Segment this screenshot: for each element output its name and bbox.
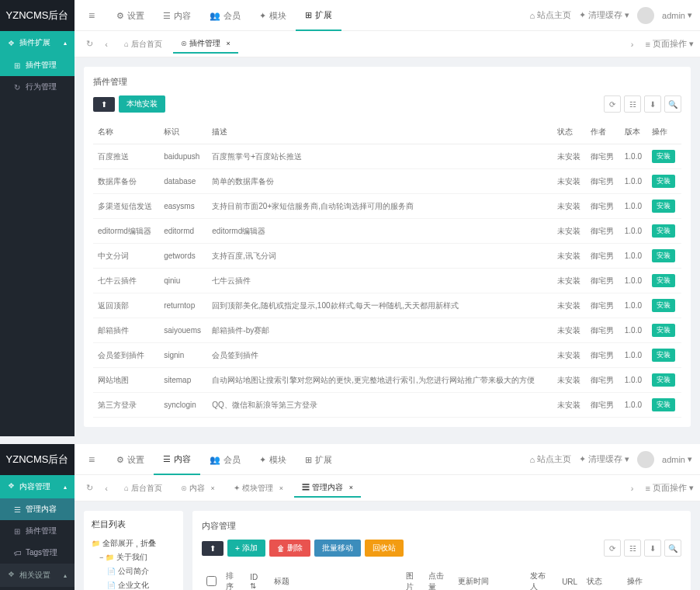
sidebar-item-插件管理[interactable]: ⊞插件管理: [0, 520, 75, 542]
subtab-模块管理[interactable]: ✦ 模块管理×: [226, 479, 291, 498]
site-home-link[interactable]: ⌂ 站点主页: [529, 9, 571, 21]
tab-内容[interactable]: ☰ 内容: [154, 0, 200, 31]
chevron-up-icon: ▴: [64, 40, 67, 47]
tab-会员[interactable]: 👥 会员: [200, 0, 250, 31]
side-group[interactable]: ❖内容管理▴: [0, 475, 75, 498]
install-button[interactable]: 安装: [652, 224, 675, 238]
table-row: 网站地图sitemap自动网站地图让搜索引擎对您网站的更快,更完整地进行索引,为…: [93, 368, 681, 393]
install-button[interactable]: 安装: [652, 150, 675, 163]
page-ops-menu[interactable]: ≡ 页面操作 ▾: [646, 482, 694, 494]
site-home-link[interactable]: ⌂ 站点主页: [529, 453, 571, 465]
menu-toggle-icon[interactable]: ≡: [82, 6, 101, 25]
table-row: 返回顶部returntop回到顶部美化,随机或指定显示,100款样式,每天一种随…: [93, 293, 681, 318]
folder-icon: 📁: [106, 554, 114, 561]
user-menu[interactable]: admin ▾: [662, 10, 692, 20]
avatar[interactable]: [637, 451, 654, 468]
topbar: ≡ ⚙ 设置☰ 内容👥 会员✦ 模块⊞ 扩展 ⌂ 站点主页 ✦ 清理缓存 ▾ a…: [75, 0, 700, 31]
add-button[interactable]: + 添加: [227, 540, 265, 557]
export-button[interactable]: ⬇: [644, 95, 661, 113]
refresh-button[interactable]: ⟳: [604, 540, 621, 557]
columns-button[interactable]: ☷: [624, 540, 641, 557]
clear-cache-link[interactable]: ✦ 清理缓存 ▾: [579, 453, 629, 465]
content-title: 内容管理: [202, 520, 681, 532]
next-icon[interactable]: ›: [624, 36, 641, 53]
columns-button[interactable]: ☷: [624, 95, 641, 113]
select-all-checkbox[interactable]: [206, 576, 217, 586]
install-button[interactable]: 安装: [652, 299, 675, 312]
refresh-icon[interactable]: ↻: [81, 480, 98, 497]
sidebar-item-行为管理[interactable]: ↻行为管理: [0, 76, 75, 98]
folder-icon: 📁: [92, 540, 100, 547]
tree-node[interactable]: 📄 企业文化: [92, 578, 175, 590]
sidebar-lower: YZNCMS后台 ❖内容管理▴☰管理内容⊞插件管理🏷Tags管理❖相关设置▴⚙C…: [0, 444, 75, 590]
menu-toggle-icon[interactable]: ≡: [82, 450, 101, 469]
delete-button[interactable]: 🗑 删除: [269, 540, 310, 557]
search-button[interactable]: 🔍: [664, 540, 681, 557]
subtab-内容[interactable]: ⊙ 内容×: [173, 479, 223, 498]
install-button[interactable]: 安装: [652, 274, 675, 287]
tree-node[interactable]: −📁 关于我们: [92, 550, 175, 564]
close-icon[interactable]: ×: [349, 484, 353, 491]
prev-icon[interactable]: ‹: [98, 36, 115, 53]
export-button[interactable]: ⬇: [644, 540, 661, 557]
next-icon[interactable]: ›: [624, 480, 641, 497]
tab-模块[interactable]: ✦ 模块: [250, 0, 296, 31]
clear-cache-link[interactable]: ✦ 清理缓存 ▾: [579, 9, 629, 21]
table-row: 第三方登录syncloginQQ、微信和新浪等第三方登录未安装御宅男1.0.0安…: [93, 393, 681, 418]
install-button[interactable]: 安装: [652, 200, 675, 213]
sidebar-item-管理内容[interactable]: ☰管理内容: [0, 498, 75, 520]
table-row: 邮箱插件saiyouems邮箱插件-by赛邮未安装御宅男1.0.0安装: [93, 318, 681, 343]
tree-title: 栏目列表: [92, 519, 175, 530]
subtab-后台首页[interactable]: ⌂ 后台首页: [116, 35, 170, 54]
local-install-button[interactable]: 本地安装: [119, 95, 165, 113]
recycle-button[interactable]: 回收站: [365, 540, 404, 557]
table-row: 数据库备份database简单的数据库备份未安装御宅男1.0.0安装: [93, 169, 681, 194]
tree-expand-all[interactable]: 📁 全部展开, 折叠: [92, 536, 175, 550]
install-button[interactable]: 安装: [652, 373, 675, 387]
install-button[interactable]: 安装: [652, 249, 675, 262]
upload-button[interactable]: ⬆: [202, 541, 224, 556]
subtab-后台首页[interactable]: ⌂ 后台首页: [116, 479, 170, 498]
sidebar-item-Tags管理[interactable]: 🏷Tags管理: [0, 542, 75, 564]
close-icon[interactable]: ×: [227, 40, 230, 47]
side-group-plugin-ext[interactable]: ❖插件扩展 ▴: [0, 31, 75, 54]
install-button[interactable]: 安装: [652, 324, 675, 337]
upload-button[interactable]: ⬆: [93, 97, 115, 112]
tab-设置[interactable]: ⚙ 设置: [107, 0, 154, 31]
refresh-icon[interactable]: ↻: [81, 36, 98, 53]
menu-icon: ⊞: [14, 61, 22, 69]
category-tree-panel: 栏目列表 📁 全部展开, 折叠 −📁 关于我们📄 公司简介📄 企业文化📄 公司荣…: [84, 511, 183, 590]
subtab-管理内容[interactable]: ☰ 管理内容×: [294, 479, 361, 498]
tab-扩展[interactable]: ⊞ 扩展: [296, 0, 341, 31]
file-icon: 📄: [107, 581, 116, 589]
close-icon[interactable]: ×: [211, 484, 215, 492]
sidebar-item-插件管理[interactable]: ⊞插件管理: [0, 54, 75, 76]
install-button[interactable]: 安装: [652, 175, 675, 188]
tree-node[interactable]: 📄 公司简介: [92, 564, 175, 578]
page-ops-menu[interactable]: ≡ 页面操作 ▾: [646, 38, 694, 50]
tab-设置[interactable]: ⚙ 设置: [107, 444, 154, 475]
avatar[interactable]: [637, 7, 654, 24]
install-button[interactable]: 安装: [652, 398, 675, 411]
search-button[interactable]: 🔍: [664, 95, 681, 113]
tab-会员[interactable]: 👥 会员: [200, 444, 250, 475]
sidebar-upper: YZNCMS后台 ❖插件扩展 ▴ ⊞插件管理↻行为管理: [0, 0, 75, 436]
page-title: 插件管理: [93, 76, 681, 88]
refresh-button[interactable]: ⟳: [604, 95, 621, 113]
tab-内容[interactable]: ☰ 内容: [154, 444, 200, 475]
install-button[interactable]: 安装: [652, 349, 675, 362]
prev-icon[interactable]: ‹: [98, 480, 115, 497]
topbar-lower: ≡ ⚙ 设置☰ 内容👥 会员✦ 模块⊞ 扩展 ⌂ 站点主页 ✦ 清理缓存 ▾ a…: [75, 444, 700, 475]
batch-move-button[interactable]: 批量移动: [314, 540, 361, 557]
sidebar-item-CMS配置[interactable]: ⚙CMS配置: [0, 587, 75, 590]
tab-扩展[interactable]: ⊞ 扩展: [296, 444, 341, 475]
user-menu[interactable]: admin ▾: [662, 454, 692, 464]
main-upper: ≡ ⚙ 设置☰ 内容👥 会员✦ 模块⊞ 扩展 ⌂ 站点主页 ✦ 清理缓存 ▾ a…: [75, 0, 700, 436]
subtabs-upper: ↻ ‹ ⌂ 后台首页⊙ 插件管理× › ≡ 页面操作 ▾: [75, 31, 700, 57]
tab-模块[interactable]: ✦ 模块: [250, 444, 296, 475]
subtab-插件管理[interactable]: ⊙ 插件管理×: [173, 35, 238, 54]
table-row: 多渠道短信发送easysms支持目前市面20+家短信服务商,自动轮询选择可用的服…: [93, 194, 681, 219]
plugins-table: 名称标识描述状态作者版本操作 百度推送baidupush百度熊掌号+百度站长推送…: [93, 120, 681, 418]
close-icon[interactable]: ×: [279, 484, 283, 492]
side-group[interactable]: ❖相关设置▴: [0, 564, 75, 587]
